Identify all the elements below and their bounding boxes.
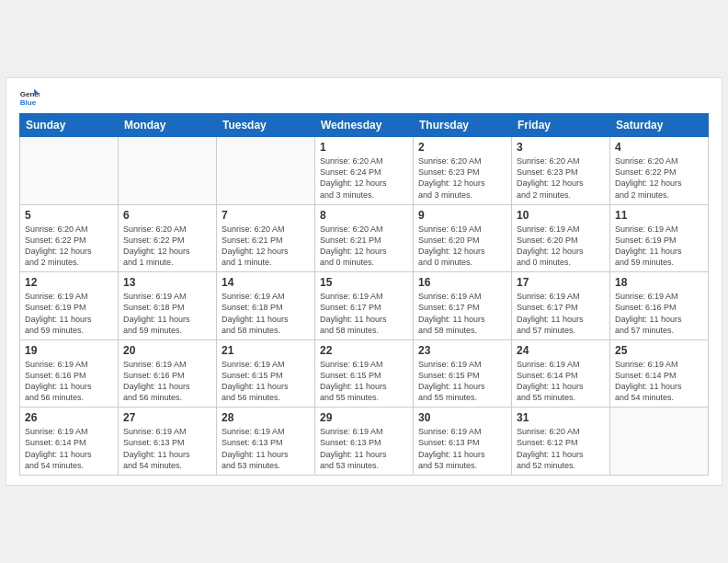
day-number: 11 (615, 209, 703, 222)
week-row-3: 12Sunrise: 6:19 AM Sunset: 6:19 PM Dayli… (20, 272, 709, 340)
day-info: Sunrise: 6:20 AM Sunset: 6:21 PM Dayligh… (320, 224, 408, 269)
day-number: 4 (615, 141, 703, 154)
day-info: Sunrise: 6:20 AM Sunset: 6:24 PM Dayligh… (320, 155, 408, 201)
day-info: Sunrise: 6:20 AM Sunset: 6:22 PM Dayligh… (25, 224, 113, 269)
day-number: 2 (418, 141, 506, 154)
day-cell: 26Sunrise: 6:19 AM Sunset: 6:14 PM Dayli… (20, 408, 119, 476)
day-cell: 16Sunrise: 6:19 AM Sunset: 6:17 PM Dayli… (414, 272, 512, 340)
day-cell: 20Sunrise: 6:19 AM Sunset: 6:16 PM Dayli… (119, 339, 217, 408)
day-cell: 15Sunrise: 6:19 AM Sunset: 6:17 PM Dayli… (315, 272, 414, 340)
svg-text:Blue: Blue (20, 98, 37, 107)
weekday-header-row: SundayMondayTuesdayWednesdayThursdayFrid… (20, 114, 709, 137)
day-number: 6 (123, 209, 211, 222)
day-info: Sunrise: 6:19 AM Sunset: 6:13 PM Dayligh… (320, 426, 408, 471)
day-cell: 5Sunrise: 6:20 AM Sunset: 6:22 PM Daylig… (20, 204, 119, 272)
weekday-header-saturday: Saturday (610, 114, 709, 137)
day-info: Sunrise: 6:19 AM Sunset: 6:14 PM Dayligh… (517, 359, 605, 404)
day-cell: 25Sunrise: 6:19 AM Sunset: 6:14 PM Dayli… (610, 339, 709, 408)
day-info: Sunrise: 6:19 AM Sunset: 6:17 PM Dayligh… (418, 291, 506, 336)
logo-icon: General Blue (19, 87, 40, 108)
day-cell: 6Sunrise: 6:20 AM Sunset: 6:22 PM Daylig… (119, 204, 217, 272)
day-cell (20, 137, 119, 205)
weekday-header-sunday: Sunday (20, 114, 119, 137)
day-cell: 12Sunrise: 6:19 AM Sunset: 6:19 PM Dayli… (20, 272, 119, 340)
logo-area: General Blue (19, 87, 41, 108)
header-row: General Blue (19, 87, 709, 108)
day-cell: 7Sunrise: 6:20 AM Sunset: 6:21 PM Daylig… (217, 204, 315, 272)
day-number: 25 (615, 344, 703, 357)
day-number: 18 (615, 276, 703, 289)
day-cell: 21Sunrise: 6:19 AM Sunset: 6:15 PM Dayli… (217, 339, 315, 408)
day-cell: 1Sunrise: 6:20 AM Sunset: 6:24 PM Daylig… (315, 137, 414, 205)
day-number: 10 (517, 209, 605, 222)
day-cell (119, 137, 217, 205)
day-info: Sunrise: 6:19 AM Sunset: 6:13 PM Dayligh… (418, 426, 506, 471)
day-info: Sunrise: 6:20 AM Sunset: 6:23 PM Dayligh… (418, 155, 506, 201)
day-cell: 18Sunrise: 6:19 AM Sunset: 6:16 PM Dayli… (610, 272, 709, 340)
day-number: 21 (222, 344, 310, 357)
day-info: Sunrise: 6:20 AM Sunset: 6:22 PM Dayligh… (123, 224, 211, 269)
day-number: 1 (320, 141, 408, 154)
day-info: Sunrise: 6:19 AM Sunset: 6:17 PM Dayligh… (320, 291, 408, 336)
day-number: 31 (517, 411, 605, 424)
day-number: 28 (222, 411, 310, 424)
day-cell: 10Sunrise: 6:19 AM Sunset: 6:20 PM Dayli… (512, 204, 610, 272)
day-cell: 9Sunrise: 6:19 AM Sunset: 6:20 PM Daylig… (414, 204, 512, 272)
week-row-1: 1Sunrise: 6:20 AM Sunset: 6:24 PM Daylig… (20, 137, 709, 205)
day-number: 3 (517, 141, 605, 154)
weekday-header-thursday: Thursday (414, 114, 512, 137)
day-cell: 11Sunrise: 6:19 AM Sunset: 6:19 PM Dayli… (610, 204, 709, 272)
day-number: 15 (320, 276, 408, 289)
day-number: 23 (418, 344, 506, 357)
day-info: Sunrise: 6:19 AM Sunset: 6:13 PM Dayligh… (123, 426, 211, 471)
day-cell: 31Sunrise: 6:20 AM Sunset: 6:12 PM Dayli… (512, 408, 610, 476)
day-number: 5 (25, 209, 113, 222)
day-info: Sunrise: 6:19 AM Sunset: 6:16 PM Dayligh… (25, 359, 113, 404)
day-info: Sunrise: 6:19 AM Sunset: 6:19 PM Dayligh… (25, 291, 113, 336)
day-number: 13 (123, 276, 211, 289)
day-number: 7 (222, 209, 310, 222)
day-number: 30 (418, 411, 506, 424)
day-cell: 22Sunrise: 6:19 AM Sunset: 6:15 PM Dayli… (315, 339, 414, 408)
day-cell: 19Sunrise: 6:19 AM Sunset: 6:16 PM Dayli… (20, 339, 119, 408)
day-info: Sunrise: 6:19 AM Sunset: 6:14 PM Dayligh… (615, 359, 703, 404)
weekday-header-monday: Monday (119, 114, 217, 137)
day-number: 20 (123, 344, 211, 357)
day-number: 17 (517, 276, 605, 289)
day-number: 29 (320, 411, 408, 424)
day-number: 27 (123, 411, 211, 424)
day-cell: 13Sunrise: 6:19 AM Sunset: 6:18 PM Dayli… (119, 272, 217, 340)
day-info: Sunrise: 6:19 AM Sunset: 6:15 PM Dayligh… (222, 359, 310, 404)
day-cell: 23Sunrise: 6:19 AM Sunset: 6:15 PM Dayli… (414, 339, 512, 408)
weekday-header-wednesday: Wednesday (315, 114, 414, 137)
day-cell: 3Sunrise: 6:20 AM Sunset: 6:23 PM Daylig… (512, 137, 610, 205)
day-info: Sunrise: 6:20 AM Sunset: 6:12 PM Dayligh… (517, 426, 605, 471)
day-number: 12 (25, 276, 113, 289)
day-info: Sunrise: 6:19 AM Sunset: 6:19 PM Dayligh… (615, 224, 703, 269)
day-info: Sunrise: 6:19 AM Sunset: 6:17 PM Dayligh… (517, 291, 605, 336)
day-info: Sunrise: 6:19 AM Sunset: 6:16 PM Dayligh… (615, 291, 703, 336)
day-info: Sunrise: 6:19 AM Sunset: 6:13 PM Dayligh… (222, 426, 310, 471)
day-cell: 14Sunrise: 6:19 AM Sunset: 6:18 PM Dayli… (217, 272, 315, 340)
day-info: Sunrise: 6:20 AM Sunset: 6:23 PM Dayligh… (517, 155, 605, 201)
day-info: Sunrise: 6:19 AM Sunset: 6:15 PM Dayligh… (418, 359, 506, 404)
day-cell: 29Sunrise: 6:19 AM Sunset: 6:13 PM Dayli… (315, 408, 414, 476)
calendar-body: 1Sunrise: 6:20 AM Sunset: 6:24 PM Daylig… (20, 137, 709, 476)
day-cell: 27Sunrise: 6:19 AM Sunset: 6:13 PM Dayli… (119, 408, 217, 476)
day-info: Sunrise: 6:19 AM Sunset: 6:20 PM Dayligh… (517, 224, 605, 269)
day-number: 24 (517, 344, 605, 357)
day-number: 16 (418, 276, 506, 289)
day-cell (217, 137, 315, 205)
day-info: Sunrise: 6:20 AM Sunset: 6:22 PM Dayligh… (615, 155, 703, 201)
week-row-5: 26Sunrise: 6:19 AM Sunset: 6:14 PM Dayli… (20, 408, 709, 476)
day-cell: 8Sunrise: 6:20 AM Sunset: 6:21 PM Daylig… (315, 204, 414, 272)
week-row-2: 5Sunrise: 6:20 AM Sunset: 6:22 PM Daylig… (20, 204, 709, 272)
weekday-header-tuesday: Tuesday (217, 114, 315, 137)
day-number: 14 (222, 276, 310, 289)
day-cell: 30Sunrise: 6:19 AM Sunset: 6:13 PM Dayli… (414, 408, 512, 476)
week-row-4: 19Sunrise: 6:19 AM Sunset: 6:16 PM Dayli… (20, 339, 709, 408)
day-number: 22 (320, 344, 408, 357)
day-number: 8 (320, 209, 408, 222)
day-cell: 24Sunrise: 6:19 AM Sunset: 6:14 PM Dayli… (512, 339, 610, 408)
day-cell: 4Sunrise: 6:20 AM Sunset: 6:22 PM Daylig… (610, 137, 709, 205)
